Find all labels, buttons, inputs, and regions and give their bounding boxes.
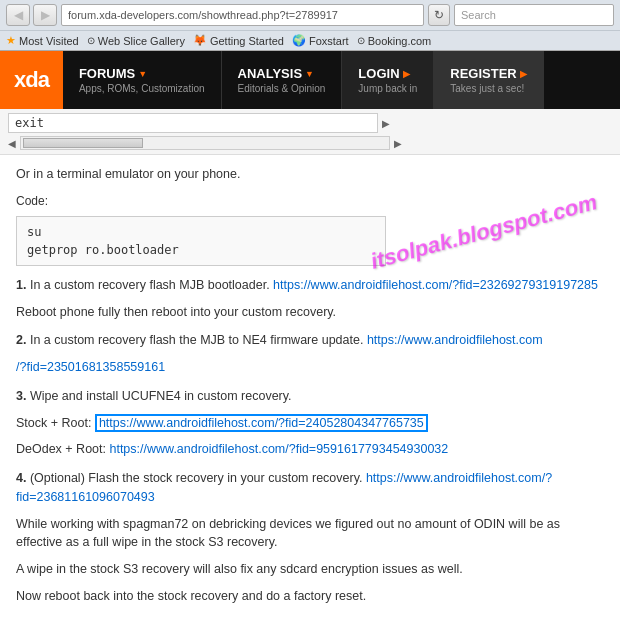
forums-sub: Apps, ROMs, Customization	[79, 83, 205, 94]
bookmark-label: Foxstart	[309, 35, 349, 47]
bookmark-label: Web Slice Gallery	[98, 35, 185, 47]
analysis-arrow: ▼	[305, 69, 314, 79]
login-sub: Jump back in	[358, 83, 417, 94]
refresh-button[interactable]: ↻	[428, 4, 450, 26]
forums-arrow: ▼	[138, 69, 147, 79]
article-content: itsolpak.blogspot.com Or in a terminal e…	[0, 155, 620, 626]
address-text: forum.xda-developers.com/showthread.php?…	[68, 9, 417, 21]
deodex-label: DeOdex + Root:	[16, 442, 106, 456]
scroll-area: exit ▶ ◀ ▶	[0, 109, 620, 155]
stock-root-link[interactable]: https://www.androidfilehost.com/?fid=240…	[95, 414, 428, 432]
scroll-triangle-right[interactable]: ▶	[382, 118, 390, 129]
bookmark-getting-started[interactable]: 🦊 Getting Started	[193, 34, 284, 47]
nav-title-login: LOGIN ▶	[358, 66, 417, 81]
bookmark-foxstart[interactable]: 🌍 Foxstart	[292, 34, 349, 47]
search-placeholder: Search	[461, 9, 496, 21]
nav-item-login[interactable]: LOGIN ▶ Jump back in	[342, 51, 434, 109]
nav-title-analysis: ANALYSIS ▼	[238, 66, 326, 81]
earth-icon: 🌍	[292, 34, 306, 47]
xda-logo[interactable]: xda	[0, 51, 63, 109]
code-label: Code:	[16, 192, 604, 210]
scroll-triangle-left[interactable]: ◀	[8, 138, 16, 149]
analysis-sub: Editorials & Opinion	[238, 83, 326, 94]
horizontal-scrollbar[interactable]	[20, 136, 390, 150]
code-line-1: su	[27, 223, 375, 241]
code-block: su getprop ro.bootloader	[16, 216, 386, 266]
step-4-para4: Now reboot back into the stock recovery …	[16, 587, 604, 606]
step-3: 3. Wipe and install UCUFNE4 in custom re…	[16, 387, 604, 459]
step-2-link2[interactable]: /?fid=23501681358559161	[16, 360, 165, 374]
deodex-link[interactable]: https://www.androidfilehost.com/?fid=959…	[109, 442, 448, 456]
back-button[interactable]: ◀	[6, 4, 30, 26]
step-4-para3: A wipe in the stock S3 recovery will als…	[16, 560, 604, 579]
nav-item-forums[interactable]: FORUMS ▼ Apps, ROMs, Customization	[63, 51, 222, 109]
page-content: exit ▶ ◀ ▶ itsolpak.blogspot.com Or in a…	[0, 109, 620, 640]
bookmark-label: Getting Started	[210, 35, 284, 47]
bookmarks-bar: ★ Most Visited ⊙ Web Slice Gallery 🦊 Get…	[0, 30, 620, 50]
web-slice-icon: ⊙	[87, 35, 95, 46]
address-bar[interactable]: forum.xda-developers.com/showthread.php?…	[61, 4, 424, 26]
step-2-num: 2.	[16, 333, 26, 347]
nav-item-register[interactable]: REGISTER ▶ Takes just a sec!	[434, 51, 543, 109]
step-1: 1. In a custom recovery flash MJB bootlo…	[16, 276, 604, 322]
search-bar[interactable]: Search	[454, 4, 614, 26]
nav-title-forums: FORUMS ▼	[79, 66, 205, 81]
code-exit-field: exit	[8, 113, 378, 133]
code-line-2: getprop ro.bootloader	[27, 241, 375, 259]
step-4-para2: While working with spagman72 on debricki…	[16, 515, 604, 553]
nav-item-analysis[interactable]: ANALYSIS ▼ Editorials & Opinion	[222, 51, 343, 109]
step-3-text: 3. Wipe and install UCUFNE4 in custom re…	[16, 387, 604, 406]
booking-icon: ⊙	[357, 35, 365, 46]
bookmark-web-slice[interactable]: ⊙ Web Slice Gallery	[87, 35, 185, 47]
bookmark-most-visited[interactable]: ★ Most Visited	[6, 34, 79, 47]
bookmark-label: Most Visited	[19, 35, 79, 47]
star-icon: ★	[6, 34, 16, 47]
scrollbar-thumb[interactable]	[23, 138, 143, 148]
bookmark-booking[interactable]: ⊙ Booking.com	[357, 35, 432, 47]
nav-buttons: ◀ ▶	[6, 4, 57, 26]
bookmark-label: Booking.com	[368, 35, 432, 47]
step-4-num: 4.	[16, 471, 26, 485]
xda-navigation: xda FORUMS ▼ Apps, ROMs, Customization A…	[0, 51, 620, 109]
login-arrow: ▶	[403, 69, 410, 79]
step-2-link[interactable]: https://www.androidfilehost.com	[367, 333, 543, 347]
terminal-intro: Or in a terminal emulator on your phone.	[16, 165, 604, 184]
step-1-text: In a custom recovery flash MJB bootloade…	[30, 278, 273, 292]
step-2-text: In a custom recovery flash the MJB to NE…	[30, 333, 367, 347]
browser-chrome: ◀ ▶ forum.xda-developers.com/showthread.…	[0, 0, 620, 51]
scrollbar-row: ◀ ▶	[8, 136, 612, 150]
step-1-text2: Reboot phone fully then reboot into your…	[16, 303, 604, 322]
nav-title-register: REGISTER ▶	[450, 66, 526, 81]
step-1-num: 1.	[16, 278, 26, 292]
scroll-triangle-right2[interactable]: ▶	[394, 138, 402, 149]
scroll-content-row: exit ▶	[8, 113, 612, 133]
step-4: 4. (Optional) Flash the stock recovery i…	[16, 469, 604, 606]
register-sub: Takes just a sec!	[450, 83, 526, 94]
step-3-num: 3.	[16, 389, 26, 403]
step-1-link[interactable]: https://www.androidfilehost.com/?fid=232…	[273, 278, 598, 292]
fire-icon: 🦊	[193, 34, 207, 47]
nav-items: FORUMS ▼ Apps, ROMs, Customization ANALY…	[63, 51, 620, 109]
step-4-text: (Optional) Flash the stock recovery in y…	[30, 471, 366, 485]
forward-button[interactable]: ▶	[33, 4, 57, 26]
browser-toolbar: ◀ ▶ forum.xda-developers.com/showthread.…	[0, 0, 620, 30]
step-2: 2. In a custom recovery flash the MJB to…	[16, 331, 604, 377]
stock-root-label: Stock + Root:	[16, 416, 91, 430]
register-arrow: ▶	[520, 69, 527, 79]
